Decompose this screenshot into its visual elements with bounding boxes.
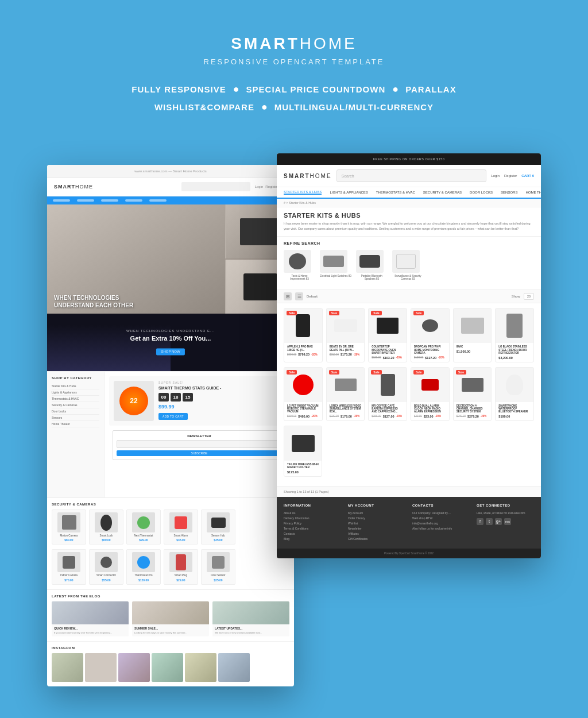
footer-account-link-5[interactable]: Affiliates: [348, 531, 405, 536]
facebook-icon[interactable]: f: [477, 518, 483, 525]
sidebar-cat-6[interactable]: Sensors: [52, 415, 99, 421]
instagram-grid: [52, 653, 289, 682]
instagram-thumb-4[interactable]: [152, 653, 183, 682]
footer-account-link-4[interactable]: Newsletter: [348, 526, 405, 531]
instagram-thumb-3[interactable]: [118, 653, 150, 682]
footer-info-link-5[interactable]: Contacts: [284, 531, 341, 536]
footer-info-link-4[interactable]: Terms & Conditions: [284, 526, 341, 531]
cat-icon-1: [284, 250, 311, 273]
left-nav-item-5[interactable]: [149, 199, 167, 202]
right-login-link[interactable]: Login: [491, 174, 500, 177]
product-card-3[interactable]: Sale COUNTERTOP MICROWAVE OVEN SMART INV…: [368, 308, 407, 362]
grid-icon: ⊞: [286, 294, 290, 299]
sidebar-cat-2[interactable]: Lights & Appliances: [52, 389, 99, 396]
footer-account-link-3[interactable]: Wishlist: [348, 521, 405, 526]
product-card-4[interactable]: Sale DROPCAM PRO WI-FI HOME MONITORING C…: [411, 308, 450, 362]
blog-card-3[interactable]: LATEST UPDATES... We have tons of new pr…: [212, 601, 289, 636]
instagram-thumb-5[interactable]: [185, 653, 216, 682]
footer-info-link-6[interactable]: Blog: [284, 536, 341, 542]
feature-countdown: SPECIAL PRICE COUNTDOWN: [246, 84, 386, 94]
cat-item-4[interactable]: Surveillance & Security Cameras 83: [392, 250, 424, 281]
newsletter-input-field[interactable]: [117, 440, 282, 448]
cat-item-3[interactable]: Portable Bluetooth Speakers 83: [356, 250, 388, 281]
product-card-7[interactable]: Sale LG PET ROBOT VACUUM ROBOTIC STEAMAB…: [284, 367, 323, 421]
security-product-3[interactable]: Nest Thermostat $99.00: [126, 509, 161, 545]
security-product-8[interactable]: Thermostat Pro $120.00: [126, 549, 161, 584]
product-discount-2: -20%: [354, 353, 360, 356]
security-product-4[interactable]: Smart Alarm $45.00: [164, 509, 198, 545]
brand-bold: SMART: [231, 34, 300, 52]
left-nav-item-3[interactable]: [101, 199, 118, 202]
left-nav-item-2[interactable]: [77, 199, 94, 202]
security-product-2[interactable]: Smart Lock $60.00: [89, 509, 123, 545]
sidebar-cat-1[interactable]: Starter Kits & Hubs: [52, 383, 99, 389]
right-register-link[interactable]: Register: [504, 174, 517, 177]
sidebar-cat-4[interactable]: Security & Cameras: [52, 402, 99, 408]
right-page-title: STARTER KITS & HUBS: [277, 207, 541, 221]
twitter-icon[interactable]: t: [486, 518, 493, 525]
google-plus-icon[interactable]: g+: [495, 518, 502, 525]
cat-item-1[interactable]: Tools & Home Improvement 83: [284, 250, 315, 281]
product-card-5[interactable]: IMAC $1,500.00: [453, 308, 492, 362]
product-card-10[interactable]: Sale BOLD DUAL ALARM CLOCK NEON RADIO AL…: [411, 367, 450, 421]
blog-section: LATEST FROM THE BLOG QUICK REVIEW... If …: [47, 589, 294, 641]
security-product-6[interactable]: Indoor Camera $70.00: [52, 549, 86, 584]
footer-account-link-2[interactable]: Order History: [348, 516, 405, 521]
instagram-thumb-2[interactable]: [85, 653, 117, 682]
sidebar-cat-5[interactable]: Door Locks: [52, 408, 99, 415]
instagram-thumb-1[interactable]: [52, 653, 83, 682]
product-card-12[interactable]: SMARTPHONE WATERPROOF BLUETOOTH SPEAKER …: [495, 367, 534, 421]
left-nav-item-1[interactable]: [53, 199, 70, 202]
cat-item-2[interactable]: Electrical Light Switches 83: [320, 250, 351, 281]
product-card-6[interactable]: LG BLACK STAINLESS STEEL FRENCH DOOR REF…: [495, 308, 534, 362]
newsletter-subscribe-btn[interactable]: SUBSCRIBE: [117, 450, 282, 456]
product-card-11[interactable]: Sale DECTECTRON 4-CHANNEL CHARGED SECURI…: [453, 367, 492, 421]
security-product-1[interactable]: Motion Camera $80.00: [52, 509, 86, 545]
right-search[interactable]: Search: [336, 169, 487, 182]
product-card-1[interactable]: Sale APPLE 6.1 PRO MAX 128GB 4G (4... $9…: [284, 308, 323, 362]
right-promo-bar: FREE SHIPPING ON ORDERS OVER $150: [277, 153, 541, 165]
shop-now-btn[interactable]: SHOP NOW: [156, 349, 184, 356]
grid-view-button[interactable]: ⊞: [284, 292, 292, 300]
show-value[interactable]: 20: [524, 293, 534, 300]
list-view-button[interactable]: ☰: [295, 292, 303, 300]
feature-responsive: FULLY RESPONSIVE: [131, 84, 226, 94]
footer-contacts-link-3[interactable]: info@smarthello.org: [412, 521, 470, 526]
product-card-13[interactable]: TP-LINK WIRELESS WI-FI GIGABIT ROUTER $1…: [284, 426, 322, 477]
feature-parallax: PARALLAX: [405, 84, 457, 94]
right-nav-item-6[interactable]: SENSORS: [501, 191, 517, 194]
sidebar-cat-3[interactable]: Thermostats & HVAC: [52, 396, 99, 402]
timer-seconds: 15: [183, 393, 193, 402]
blog-card-1[interactable]: QUICK REVIEW... If you could start your …: [52, 601, 129, 636]
product-card-9[interactable]: Sale MR COFFEE CAFÉ BARISTA ESPRESSO AND…: [368, 367, 407, 421]
security-product-10[interactable]: Door Sensor $25.00: [201, 549, 235, 584]
footer-info-link-1[interactable]: About Us: [284, 511, 341, 516]
right-nav-item-5[interactable]: DOOR LOCKS: [470, 191, 493, 194]
clock-shape-10: [421, 379, 439, 391]
product-old-price-10: $29.00: [414, 415, 422, 418]
security-product-9[interactable]: Smart Plug $29.00: [164, 549, 198, 584]
blog-card-2[interactable]: SUMMER SALE... Looking for new ways to s…: [132, 601, 209, 636]
footer-info-link-2[interactable]: Delivery Information: [284, 516, 341, 521]
product-card-2[interactable]: Sale BEATS BY DR. DRE BEATS PILL (60 W..…: [326, 308, 365, 362]
right-nav-item-3[interactable]: THERMOSTATS & HVAC: [376, 191, 415, 194]
footer-info-link-3[interactable]: Privacy Policy: [284, 521, 341, 526]
security-product-7[interactable]: Smart Connector $55.00: [89, 549, 123, 584]
sort-default-label[interactable]: Default: [307, 295, 318, 298]
right-nav-item-4[interactable]: SECURITY & CAMERAS: [423, 191, 462, 194]
sidebar-cat-7[interactable]: Home Theater: [52, 421, 99, 427]
footer-account-link-1[interactable]: My Account: [348, 511, 405, 516]
right-nav-item-7[interactable]: HOME THEATER: [525, 191, 541, 194]
add-to-cart-button[interactable]: ADD TO CART: [158, 413, 188, 420]
product-card-8[interactable]: Sale LOREX WIRELESS VIDEO SURVEILLANCE S…: [326, 367, 365, 421]
instagram-thumb-6[interactable]: [218, 653, 250, 682]
left-nav-item-4[interactable]: [125, 199, 142, 202]
right-search-placeholder-text: Search: [342, 174, 354, 178]
footer-account-link-6[interactable]: Gift Certificates: [348, 536, 405, 542]
rss-icon[interactable]: rss: [504, 518, 511, 525]
right-nav-item-1[interactable]: STARTER KITS & HUBS: [284, 190, 322, 195]
security-product-5[interactable]: Sensor Hub $35.00: [201, 509, 235, 545]
right-cart-label[interactable]: CART 0: [521, 174, 534, 177]
product-discount-3: -20%: [396, 356, 403, 359]
right-nav-item-2[interactable]: LIGHTS & APPLIANCES: [330, 191, 368, 194]
